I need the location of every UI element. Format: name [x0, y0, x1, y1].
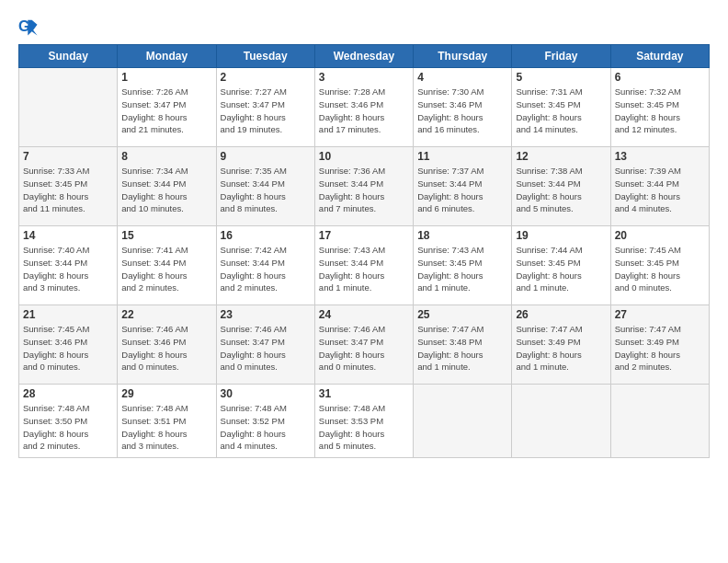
calendar-cell: 23Sunrise: 7:46 AMSunset: 3:47 PMDayligh…: [216, 305, 314, 385]
logo: G: [18, 17, 42, 37]
calendar-cell: 21Sunrise: 7:45 AMSunset: 3:46 PMDayligh…: [19, 305, 118, 385]
calendar-cell: 30Sunrise: 7:48 AMSunset: 3:52 PMDayligh…: [216, 385, 314, 458]
day-number: 12: [516, 150, 606, 163]
day-number: 28: [23, 387, 113, 400]
calendar-cell: 12Sunrise: 7:38 AMSunset: 3:44 PMDayligh…: [512, 147, 610, 226]
calendar-cell: 25Sunrise: 7:47 AMSunset: 3:48 PMDayligh…: [414, 305, 512, 385]
day-of-week-header: Thursday: [414, 45, 512, 68]
day-info: Sunrise: 7:45 AMSunset: 3:45 PMDaylight:…: [615, 244, 705, 294]
day-of-week-header: Wednesday: [314, 45, 413, 68]
day-of-week-header: Tuesday: [216, 45, 314, 68]
day-info: Sunrise: 7:46 AMSunset: 3:47 PMDaylight:…: [221, 323, 311, 373]
calendar-cell: 27Sunrise: 7:47 AMSunset: 3:49 PMDayligh…: [610, 305, 709, 385]
calendar-cell: [414, 385, 512, 458]
calendar-cell: 5Sunrise: 7:31 AMSunset: 3:45 PMDaylight…: [512, 68, 610, 147]
day-number: 1: [121, 71, 211, 84]
calendar-cell: 22Sunrise: 7:46 AMSunset: 3:46 PMDayligh…: [118, 305, 216, 385]
day-number: 4: [417, 71, 507, 84]
day-number: 14: [23, 229, 113, 242]
day-info: Sunrise: 7:40 AMSunset: 3:44 PMDaylight:…: [23, 244, 113, 294]
day-info: Sunrise: 7:48 AMSunset: 3:52 PMDaylight:…: [221, 402, 311, 453]
day-info: Sunrise: 7:45 AMSunset: 3:46 PMDaylight:…: [23, 323, 113, 373]
calendar-cell: 18Sunrise: 7:43 AMSunset: 3:45 PMDayligh…: [414, 226, 512, 305]
day-number: 17: [319, 229, 409, 242]
calendar-cell: 24Sunrise: 7:46 AMSunset: 3:47 PMDayligh…: [314, 305, 413, 385]
day-info: Sunrise: 7:47 AMSunset: 3:49 PMDaylight:…: [516, 323, 606, 373]
day-info: Sunrise: 7:37 AMSunset: 3:44 PMDaylight:…: [417, 165, 507, 215]
calendar-cell: [512, 385, 610, 458]
calendar-cell: 16Sunrise: 7:42 AMSunset: 3:44 PMDayligh…: [216, 226, 314, 305]
day-of-week-header: Sunday: [19, 45, 118, 68]
day-info: Sunrise: 7:43 AMSunset: 3:45 PMDaylight:…: [417, 244, 507, 294]
day-info: Sunrise: 7:38 AMSunset: 3:44 PMDaylight:…: [516, 165, 606, 215]
day-number: 27: [615, 308, 705, 321]
page: G SundayMondayTuesdayWednesdayThursdayFr…: [0, 0, 728, 563]
day-number: 9: [221, 150, 311, 163]
day-info: Sunrise: 7:47 AMSunset: 3:48 PMDaylight:…: [417, 323, 507, 373]
day-number: 2: [221, 71, 311, 84]
day-number: 8: [121, 150, 211, 163]
calendar-cell: 20Sunrise: 7:45 AMSunset: 3:45 PMDayligh…: [610, 226, 709, 305]
calendar-cell: 9Sunrise: 7:35 AMSunset: 3:44 PMDaylight…: [216, 147, 314, 226]
calendar-cell: 6Sunrise: 7:32 AMSunset: 3:45 PMDaylight…: [610, 68, 709, 147]
day-number: 20: [615, 229, 705, 242]
calendar-cell: 3Sunrise: 7:28 AMSunset: 3:46 PMDaylight…: [314, 68, 413, 147]
day-of-week-header: Friday: [512, 45, 610, 68]
calendar-cell: 11Sunrise: 7:37 AMSunset: 3:44 PMDayligh…: [414, 147, 512, 226]
day-info: Sunrise: 7:48 AMSunset: 3:50 PMDaylight:…: [23, 402, 113, 453]
day-info: Sunrise: 7:31 AMSunset: 3:45 PMDaylight:…: [516, 86, 606, 136]
calendar-cell: 10Sunrise: 7:36 AMSunset: 3:44 PMDayligh…: [314, 147, 413, 226]
day-number: 18: [417, 229, 507, 242]
day-number: 11: [417, 150, 507, 163]
day-number: 24: [319, 308, 409, 321]
day-number: 3: [319, 71, 409, 84]
day-number: 19: [516, 229, 606, 242]
day-info: Sunrise: 7:27 AMSunset: 3:47 PMDaylight:…: [221, 86, 311, 136]
calendar-cell: 13Sunrise: 7:39 AMSunset: 3:44 PMDayligh…: [610, 147, 709, 226]
day-number: 10: [319, 150, 409, 163]
day-info: Sunrise: 7:30 AMSunset: 3:46 PMDaylight:…: [417, 86, 507, 136]
day-number: 30: [221, 387, 311, 400]
day-info: Sunrise: 7:36 AMSunset: 3:44 PMDaylight:…: [319, 165, 409, 215]
day-info: Sunrise: 7:43 AMSunset: 3:44 PMDaylight:…: [319, 244, 409, 294]
svg-marker-1: [28, 20, 37, 36]
calendar-cell: [610, 385, 709, 458]
calendar-cell: 17Sunrise: 7:43 AMSunset: 3:44 PMDayligh…: [314, 226, 413, 305]
calendar-cell: 14Sunrise: 7:40 AMSunset: 3:44 PMDayligh…: [19, 226, 118, 305]
day-info: Sunrise: 7:33 AMSunset: 3:45 PMDaylight:…: [23, 165, 113, 215]
day-number: 29: [121, 387, 211, 400]
day-number: 15: [121, 229, 211, 242]
calendar-cell: 15Sunrise: 7:41 AMSunset: 3:44 PMDayligh…: [118, 226, 216, 305]
day-info: Sunrise: 7:34 AMSunset: 3:44 PMDaylight:…: [121, 165, 211, 215]
header-area: G: [18, 17, 710, 37]
day-number: 25: [417, 308, 507, 321]
day-number: 31: [319, 387, 409, 400]
calendar-cell: 8Sunrise: 7:34 AMSunset: 3:44 PMDaylight…: [118, 147, 216, 226]
calendar-header-row: SundayMondayTuesdayWednesdayThursdayFrid…: [19, 45, 710, 68]
day-info: Sunrise: 7:41 AMSunset: 3:44 PMDaylight:…: [121, 244, 211, 294]
day-info: Sunrise: 7:26 AMSunset: 3:47 PMDaylight:…: [121, 86, 211, 136]
day-info: Sunrise: 7:46 AMSunset: 3:46 PMDaylight:…: [121, 323, 211, 373]
day-info: Sunrise: 7:47 AMSunset: 3:49 PMDaylight:…: [615, 323, 705, 373]
day-info: Sunrise: 7:48 AMSunset: 3:53 PMDaylight:…: [319, 402, 409, 453]
day-number: 5: [516, 71, 606, 84]
calendar-cell: [19, 68, 118, 147]
day-number: 7: [23, 150, 113, 163]
calendar-table: SundayMondayTuesdayWednesdayThursdayFrid…: [18, 44, 710, 458]
calendar-cell: 31Sunrise: 7:48 AMSunset: 3:53 PMDayligh…: [314, 385, 413, 458]
day-number: 21: [23, 308, 113, 321]
day-number: 26: [516, 308, 606, 321]
day-info: Sunrise: 7:39 AMSunset: 3:44 PMDaylight:…: [615, 165, 705, 215]
calendar-cell: 7Sunrise: 7:33 AMSunset: 3:45 PMDaylight…: [19, 147, 118, 226]
calendar-cell: 29Sunrise: 7:48 AMSunset: 3:51 PMDayligh…: [118, 385, 216, 458]
day-number: 6: [615, 71, 705, 84]
day-info: Sunrise: 7:44 AMSunset: 3:45 PMDaylight:…: [516, 244, 606, 294]
day-info: Sunrise: 7:42 AMSunset: 3:44 PMDaylight:…: [221, 244, 311, 294]
day-info: Sunrise: 7:48 AMSunset: 3:51 PMDaylight:…: [121, 402, 211, 453]
day-info: Sunrise: 7:46 AMSunset: 3:47 PMDaylight:…: [319, 323, 409, 373]
day-number: 23: [221, 308, 311, 321]
calendar-cell: 26Sunrise: 7:47 AMSunset: 3:49 PMDayligh…: [512, 305, 610, 385]
calendar-cell: 1Sunrise: 7:26 AMSunset: 3:47 PMDaylight…: [118, 68, 216, 147]
day-info: Sunrise: 7:35 AMSunset: 3:44 PMDaylight:…: [221, 165, 311, 215]
day-number: 13: [615, 150, 705, 163]
